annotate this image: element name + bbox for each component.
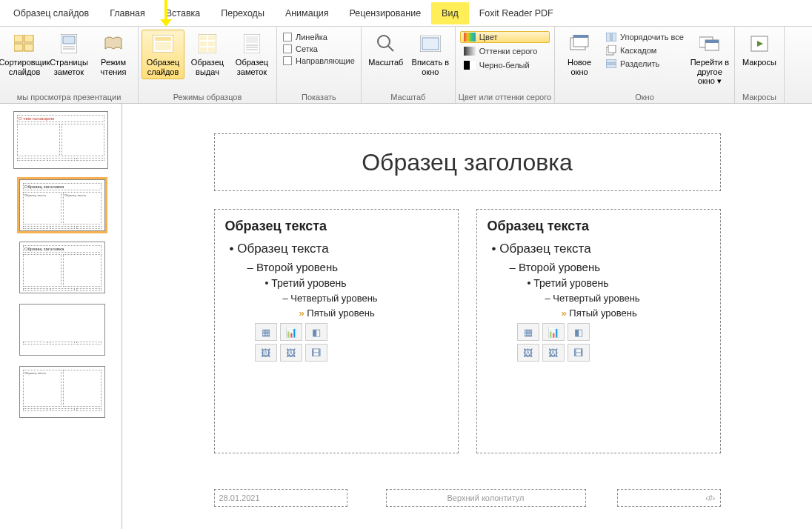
svg-rect-15 bbox=[208, 41, 215, 46]
group-macros: Макросы Макросы bbox=[735, 27, 785, 103]
level-4: Четвертый уровень bbox=[283, 293, 447, 304]
svg-rect-0 bbox=[14, 35, 23, 42]
group-zoom: Масштаб Вписать в окно Масштаб bbox=[362, 27, 456, 103]
slide-master-button[interactable]: Образец слайдов bbox=[142, 30, 184, 79]
level-2: Второй уровень bbox=[247, 261, 447, 273]
tab-review[interactable]: Рецензирование bbox=[339, 2, 432, 24]
svg-rect-9 bbox=[155, 37, 171, 41]
svg-rect-17 bbox=[208, 47, 215, 52]
layout-thumbnail-1[interactable]: Образец заголовка Образец текстаОбразец … bbox=[19, 179, 105, 231]
reading-view-button[interactable]: Режим чтения bbox=[92, 30, 135, 79]
switch-window-button[interactable]: Перейти в другое окно ▾ bbox=[688, 30, 731, 88]
group-label-masters: Режимы образцов bbox=[142, 91, 273, 103]
fit-window-button[interactable]: Вписать в окно bbox=[409, 30, 452, 79]
ribbon: Сортировщик слайдов Страницы заметок Реж… bbox=[0, 27, 812, 104]
macros-button[interactable]: Макросы bbox=[738, 30, 781, 79]
svg-rect-2 bbox=[14, 44, 23, 51]
chevron-down-icon: ▾ bbox=[717, 76, 722, 85]
table-icon[interactable]: ▦ bbox=[255, 323, 277, 341]
content-type-icons: ▦ 📊 ◧ 🖼 🖼 🎞 bbox=[255, 323, 447, 362]
layout-thumbnail-2[interactable]: Образец заголовка bbox=[19, 242, 105, 293]
notes-page-button[interactable]: Страницы заметок bbox=[47, 30, 90, 79]
slide-number-placeholder[interactable]: ‹#› bbox=[617, 489, 721, 507]
smartart-icon[interactable]: ◧ bbox=[568, 323, 590, 341]
tab-slide-master[interactable]: Образец слайдов bbox=[3, 2, 99, 24]
notes-master-button[interactable]: Образец заметок bbox=[230, 30, 273, 79]
clipart-icon[interactable]: 🖼 bbox=[542, 344, 565, 362]
group-label-show: Показать bbox=[280, 91, 358, 103]
level-5: Пятый уровень bbox=[299, 307, 447, 319]
group-label-macros: Макросы bbox=[738, 91, 781, 103]
tab-foxit[interactable]: Foxit Reader PDF bbox=[469, 2, 564, 24]
new-window-button[interactable]: Новое окно bbox=[558, 30, 601, 79]
split-button[interactable]: Разделить bbox=[604, 58, 685, 70]
body-heading: Образец текста bbox=[225, 219, 447, 234]
footer-placeholder[interactable]: Верхний колонтитул bbox=[386, 489, 586, 507]
chart-icon[interactable]: 📊 bbox=[280, 323, 302, 341]
layout-thumbnail-4[interactable]: Образец текста bbox=[19, 366, 105, 418]
svg-rect-16 bbox=[200, 47, 207, 52]
svg-rect-12 bbox=[200, 36, 207, 40]
group-presentation-views: Сортировщик слайдов Страницы заметок Реж… bbox=[0, 27, 139, 103]
slide-sorter-button[interactable]: Сортировщик слайдов bbox=[3, 30, 46, 79]
group-label-zoom: Масштаб bbox=[365, 91, 452, 103]
clipart-icon[interactable]: 🖼 bbox=[280, 344, 302, 362]
tab-view[interactable]: Вид bbox=[431, 2, 469, 24]
ribbon-tabs: Образец слайдов Главная Вставка Переходы… bbox=[0, 0, 812, 27]
group-window: Новое окно Упорядочить все Каскадом Разд… bbox=[555, 27, 735, 103]
level-3: Третий уровень bbox=[528, 277, 710, 289]
svg-rect-31 bbox=[612, 33, 616, 41]
group-color: Цвет Оттенки серого Черно-белый Цвет или… bbox=[456, 27, 555, 103]
picture-icon[interactable]: 🖼 bbox=[517, 344, 539, 362]
svg-rect-10 bbox=[155, 42, 171, 50]
slide-master[interactable]: Образец заголовка Образец текста Образец… bbox=[208, 119, 727, 511]
group-label-views: мы просмотра презентации bbox=[3, 91, 135, 103]
level-1: Образец текста bbox=[230, 242, 447, 256]
magnifier-icon bbox=[374, 32, 398, 56]
svg-rect-29 bbox=[573, 35, 588, 38]
svg-rect-13 bbox=[208, 36, 215, 40]
tab-transitions[interactable]: Переходы bbox=[210, 2, 275, 24]
smartart-icon[interactable]: ◧ bbox=[305, 323, 327, 341]
svg-point-23 bbox=[378, 36, 390, 47]
svg-rect-34 bbox=[606, 59, 616, 63]
group-show: Линейка Сетка Направляющие Показать bbox=[277, 27, 362, 103]
tab-animation[interactable]: Анимация bbox=[275, 2, 339, 24]
svg-rect-3 bbox=[24, 44, 33, 51]
media-icon[interactable]: 🎞 bbox=[568, 344, 590, 362]
level-3: Третий уровень bbox=[265, 277, 447, 289]
ruler-checkbox[interactable]: Линейка bbox=[283, 33, 355, 41]
table-icon[interactable]: ▦ bbox=[517, 323, 539, 341]
group-label-color: Цвет или оттенки серого bbox=[459, 91, 551, 103]
bw-mode-button[interactable]: Черно-белый bbox=[460, 59, 550, 71]
title-placeholder[interactable]: Образец заголовка bbox=[214, 133, 721, 191]
arrange-all-button[interactable]: Упорядочить все bbox=[604, 31, 685, 43]
media-icon[interactable]: 🎞 bbox=[305, 344, 327, 362]
master-thumbnail[interactable]: О чем поговорим bbox=[13, 111, 108, 169]
cascade-button[interactable]: Каскадом bbox=[604, 44, 685, 56]
content-type-icons: ▦ 📊 ◧ 🖼 🖼 🎞 bbox=[517, 323, 710, 362]
tab-home[interactable]: Главная bbox=[99, 2, 156, 24]
content-placeholder-left[interactable]: Образец текста Образец текста Второй уро… bbox=[214, 209, 459, 453]
handout-master-button[interactable]: Образец выдач bbox=[186, 30, 229, 79]
layout-thumbnail-3[interactable] bbox=[19, 304, 105, 356]
svg-rect-38 bbox=[705, 40, 719, 43]
color-mode-button[interactable]: Цвет bbox=[460, 31, 550, 43]
main-area: О чем поговорим Образец заголовка Образе… bbox=[0, 104, 812, 529]
chart-icon[interactable]: 📊 bbox=[542, 323, 565, 341]
date-placeholder[interactable]: 28.01.2021 bbox=[214, 489, 347, 507]
picture-icon[interactable]: 🖼 bbox=[255, 344, 277, 362]
content-placeholder-right[interactable]: Образец текста Образец текста Второй уро… bbox=[476, 209, 721, 453]
group-label-window: Окно bbox=[558, 91, 731, 103]
thumbnail-panel: О чем поговорим Образец заголовка Образе… bbox=[0, 104, 122, 529]
group-master-views: Образец слайдов Образец выдач Образец за… bbox=[139, 27, 277, 103]
svg-line-24 bbox=[388, 46, 393, 51]
svg-rect-33 bbox=[608, 45, 616, 53]
slide-editor: Образец заголовка Образец текста Образец… bbox=[122, 104, 812, 529]
guides-checkbox[interactable]: Направляющие bbox=[283, 56, 355, 65]
svg-rect-30 bbox=[606, 33, 610, 41]
zoom-button[interactable]: Масштаб bbox=[365, 30, 407, 79]
grayscale-mode-button[interactable]: Оттенки серого bbox=[460, 45, 550, 57]
highlight-arrow bbox=[164, 0, 167, 19]
grid-checkbox[interactable]: Сетка bbox=[283, 44, 355, 53]
